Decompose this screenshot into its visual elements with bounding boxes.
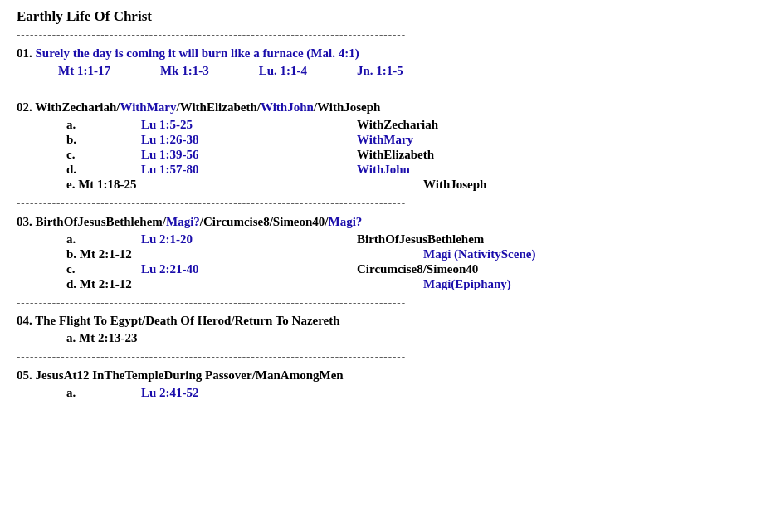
- section-02: 02. WithZechariah/WithMary/WithElizabeth…: [17, 100, 754, 192]
- magi-link-1[interactable]: Magi?: [166, 215, 200, 228]
- entry-02d-desc[interactable]: WithJohn: [357, 163, 754, 177]
- divider-01: ----------------------------------------…: [17, 83, 754, 96]
- entry-05a-label: a.: [41, 386, 141, 400]
- scripture-jn[interactable]: Jn. 1:1-5: [357, 64, 403, 78]
- entry-02c-scripture[interactable]: Lu 1:39-56: [141, 148, 357, 162]
- entry-02d-scripture[interactable]: Lu 1:57-80: [141, 163, 357, 177]
- entry-02b-label: b.: [41, 133, 141, 147]
- section-05: 05. JesusAt12 InTheTempleDuring Passover…: [17, 368, 754, 400]
- entry-02e-scripture: [207, 178, 423, 192]
- entry-03b-label: b. Mt 2:1-12: [41, 247, 207, 261]
- entry-03c-label: c.: [41, 262, 141, 276]
- magi-link-2[interactable]: Magi?: [329, 215, 363, 228]
- entry-03a-scripture[interactable]: Lu 2:1-20: [141, 232, 357, 246]
- with-mary-link[interactable]: WithMary: [120, 100, 176, 114]
- scripture-lu[interactable]: Lu. 1:1-4: [259, 64, 307, 78]
- entry-02b-scripture[interactable]: Lu 1:26-38: [141, 133, 357, 147]
- entry-04a-label: a. Mt 2:13-23: [41, 331, 207, 345]
- entry-03d-desc[interactable]: Magi(Epiphany): [423, 277, 754, 291]
- section-04: 04. The Flight To Egypt/Death Of Herod/R…: [17, 314, 754, 345]
- entry-03d-scripture: [207, 277, 423, 291]
- scripture-mk[interactable]: Mk 1:1-3: [160, 64, 209, 78]
- entry-05a-scripture[interactable]: Lu 2:41-52: [141, 386, 357, 400]
- divider-04: ----------------------------------------…: [17, 350, 754, 364]
- entry-02c-desc: WithElizabeth: [357, 148, 754, 162]
- entry-03c-desc: Circumcise8/Simeon40: [357, 262, 754, 276]
- section-04-heading: 04. The Flight To Egypt/Death Of Herod/R…: [17, 314, 754, 328]
- entry-05a: a. Lu 2:41-52: [41, 386, 754, 400]
- entry-03c-scripture[interactable]: Lu 2:21-40: [141, 262, 357, 276]
- entry-03d-label: d. Mt 2:1-12: [41, 277, 207, 291]
- entry-02d-label: d.: [41, 163, 141, 177]
- section-02-heading: 02. WithZechariah/WithMary/WithElizabeth…: [17, 100, 754, 115]
- divider-03: ----------------------------------------…: [17, 296, 754, 310]
- section-01-scriptures: Mt 1:1-17 Mk 1:1-3 Lu. 1:1-4 Jn. 1:1-5: [58, 64, 754, 78]
- with-john-link[interactable]: WithJohn: [261, 100, 314, 114]
- divider-02: ----------------------------------------…: [17, 197, 754, 210]
- entry-03b: b. Mt 2:1-12 Magi (NativityScene): [41, 247, 754, 261]
- section-01-title: Surely the day is coming it will burn li…: [36, 46, 359, 60]
- divider-top: ----------------------------------------…: [17, 28, 754, 41]
- entry-03a: a. Lu 2:1-20 BirthOfJesusBethlehem: [41, 232, 754, 246]
- entry-02a-scripture[interactable]: Lu 1:5-25: [141, 118, 357, 132]
- entry-03d: d. Mt 2:1-12 Magi(Epiphany): [41, 277, 754, 291]
- section-05-heading: 05. JesusAt12 InTheTempleDuring Passover…: [17, 368, 754, 383]
- entry-03b-scripture: [207, 247, 423, 261]
- entry-02e: e. Mt 1:18-25 WithJoseph: [41, 178, 754, 192]
- section-01-heading: 01. Surely the day is coming it will bur…: [17, 46, 754, 61]
- section-01: 01. Surely the day is coming it will bur…: [17, 46, 754, 78]
- entry-05a-desc: [357, 386, 754, 400]
- entry-02e-desc: WithJoseph: [423, 178, 754, 192]
- entry-03c: c. Lu 2:21-40 Circumcise8/Simeon40: [41, 262, 754, 276]
- entry-03b-desc[interactable]: Magi (NativityScene): [423, 247, 754, 261]
- section-03: 03. BirthOfJesusBethlehem/Magi?/Circumci…: [17, 215, 754, 291]
- entry-02a-desc: WithZechariah: [357, 118, 754, 132]
- section-03-heading: 03. BirthOfJesusBethlehem/Magi?/Circumci…: [17, 215, 754, 229]
- entry-02d: d. Lu 1:57-80 WithJohn: [41, 163, 754, 177]
- entry-02a: a. Lu 1:5-25 WithZechariah: [41, 118, 754, 132]
- entry-03a-desc: BirthOfJesusBethlehem: [357, 232, 754, 246]
- entry-03a-label: a.: [41, 232, 141, 246]
- entry-02a-label: a.: [41, 118, 141, 132]
- entry-02b: b. Lu 1:26-38 WithMary: [41, 133, 754, 147]
- entry-02b-desc[interactable]: WithMary: [357, 133, 754, 147]
- entry-02c: c. Lu 1:39-56 WithElizabeth: [41, 148, 754, 162]
- entry-02e-label: e. Mt 1:18-25: [41, 178, 207, 192]
- scripture-mt[interactable]: Mt 1:1-17: [58, 64, 110, 78]
- entry-02c-label: c.: [41, 148, 141, 162]
- divider-05: ----------------------------------------…: [17, 405, 754, 418]
- page-title: Earthly Life Of Christ: [17, 8, 754, 25]
- entry-04a: a. Mt 2:13-23: [41, 331, 754, 345]
